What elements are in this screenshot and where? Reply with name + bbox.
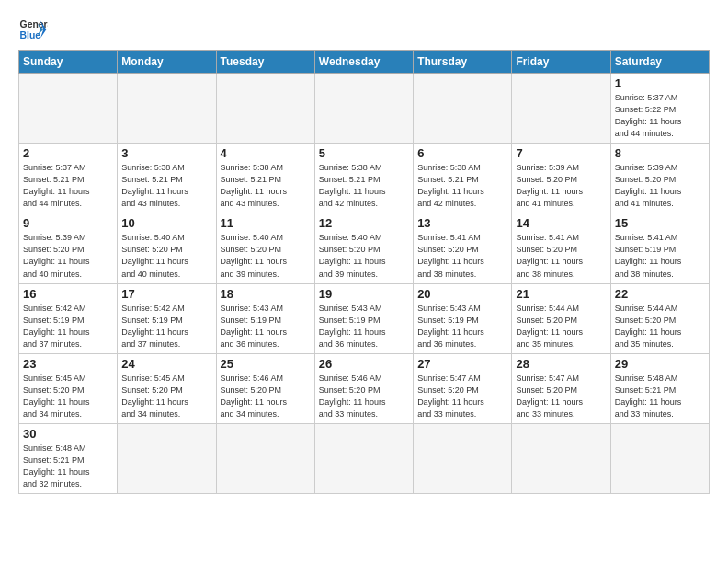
weekday-header-friday: Friday: [512, 51, 610, 74]
calendar-cell: 4Sunrise: 5:38 AM Sunset: 5:21 PM Daylig…: [216, 144, 314, 213]
day-info: Sunrise: 5:38 AM Sunset: 5:21 PM Dayligh…: [221, 162, 311, 210]
calendar-cell: [314, 423, 413, 493]
calendar-cell: 13Sunrise: 5:41 AM Sunset: 5:20 PM Dayli…: [414, 213, 512, 283]
day-number: 26: [319, 357, 409, 371]
day-info: Sunrise: 5:42 AM Sunset: 5:19 PM Dayligh…: [23, 303, 113, 350]
day-info: Sunrise: 5:45 AM Sunset: 5:20 PM Dayligh…: [121, 373, 211, 420]
day-info: Sunrise: 5:39 AM Sunset: 5:20 PM Dayligh…: [615, 162, 705, 210]
day-info: Sunrise: 5:40 AM Sunset: 5:20 PM Dayligh…: [221, 232, 311, 280]
day-number: 12: [319, 216, 409, 230]
calendar-cell: 17Sunrise: 5:42 AM Sunset: 5:19 PM Dayli…: [118, 283, 216, 353]
calendar-cell: 25Sunrise: 5:46 AM Sunset: 5:20 PM Dayli…: [216, 353, 314, 423]
weekday-header-thursday: Thursday: [414, 51, 512, 74]
calendar-cell: 26Sunrise: 5:46 AM Sunset: 5:20 PM Dayli…: [314, 353, 413, 423]
day-info: Sunrise: 5:42 AM Sunset: 5:19 PM Dayligh…: [121, 303, 211, 350]
svg-text:Blue: Blue: [20, 30, 41, 40]
day-number: 15: [615, 216, 705, 230]
day-number: 28: [516, 357, 606, 371]
page: General Blue SundayMondayTuesdayWednesda…: [0, 0, 728, 563]
day-info: Sunrise: 5:41 AM Sunset: 5:19 PM Dayligh…: [615, 232, 705, 280]
day-number: 14: [516, 216, 606, 230]
day-info: Sunrise: 5:43 AM Sunset: 5:19 PM Dayligh…: [319, 303, 409, 350]
weekday-header-saturday: Saturday: [610, 51, 709, 74]
calendar-cell: 10Sunrise: 5:40 AM Sunset: 5:20 PM Dayli…: [118, 213, 216, 283]
day-number: 21: [516, 287, 606, 301]
day-info: Sunrise: 5:37 AM Sunset: 5:22 PM Dayligh…: [615, 92, 705, 140]
calendar-cell: 30Sunrise: 5:48 AM Sunset: 5:21 PM Dayli…: [19, 423, 118, 493]
day-number: 5: [319, 146, 409, 160]
header: General Blue: [18, 15, 710, 44]
calendar-cell: [414, 74, 512, 144]
day-info: Sunrise: 5:48 AM Sunset: 5:21 PM Dayligh…: [23, 442, 113, 490]
day-number: 29: [615, 357, 705, 371]
day-info: Sunrise: 5:47 AM Sunset: 5:20 PM Dayligh…: [417, 373, 507, 420]
day-number: 10: [121, 216, 211, 230]
calendar-cell: 19Sunrise: 5:43 AM Sunset: 5:19 PM Dayli…: [314, 283, 413, 353]
day-number: 9: [23, 216, 113, 230]
weekday-header-tuesday: Tuesday: [216, 51, 314, 74]
day-info: Sunrise: 5:40 AM Sunset: 5:20 PM Dayligh…: [319, 232, 409, 280]
day-info: Sunrise: 5:38 AM Sunset: 5:21 PM Dayligh…: [417, 162, 507, 210]
day-info: Sunrise: 5:39 AM Sunset: 5:20 PM Dayligh…: [516, 162, 606, 210]
day-number: 17: [121, 287, 211, 301]
day-number: 23: [23, 357, 113, 371]
calendar-cell: [314, 74, 413, 144]
day-info: Sunrise: 5:46 AM Sunset: 5:20 PM Dayligh…: [221, 373, 311, 420]
calendar-week-row: 1Sunrise: 5:37 AM Sunset: 5:22 PM Daylig…: [19, 74, 710, 144]
calendar-cell: 8Sunrise: 5:39 AM Sunset: 5:20 PM Daylig…: [610, 144, 709, 213]
calendar-week-row: 2Sunrise: 5:37 AM Sunset: 5:21 PM Daylig…: [19, 144, 710, 213]
day-number: 27: [417, 357, 507, 371]
day-number: 6: [417, 146, 507, 160]
day-number: 11: [221, 216, 311, 230]
calendar-week-row: 9Sunrise: 5:39 AM Sunset: 5:20 PM Daylig…: [19, 213, 710, 283]
day-info: Sunrise: 5:40 AM Sunset: 5:20 PM Dayligh…: [121, 232, 211, 280]
calendar-cell: 9Sunrise: 5:39 AM Sunset: 5:20 PM Daylig…: [19, 213, 118, 283]
calendar-cell: 28Sunrise: 5:47 AM Sunset: 5:20 PM Dayli…: [512, 353, 610, 423]
calendar-table: SundayMondayTuesdayWednesdayThursdayFrid…: [18, 50, 710, 494]
day-info: Sunrise: 5:47 AM Sunset: 5:20 PM Dayligh…: [516, 373, 606, 420]
day-number: 7: [516, 146, 606, 160]
day-number: 30: [23, 427, 113, 441]
calendar-cell: 15Sunrise: 5:41 AM Sunset: 5:19 PM Dayli…: [610, 213, 709, 283]
calendar-cell: 11Sunrise: 5:40 AM Sunset: 5:20 PM Dayli…: [216, 213, 314, 283]
calendar-cell: 27Sunrise: 5:47 AM Sunset: 5:20 PM Dayli…: [414, 353, 512, 423]
calendar-cell: 18Sunrise: 5:43 AM Sunset: 5:19 PM Dayli…: [216, 283, 314, 353]
day-number: 25: [221, 357, 311, 371]
calendar-cell: 16Sunrise: 5:42 AM Sunset: 5:19 PM Dayli…: [19, 283, 118, 353]
day-number: 8: [615, 146, 705, 160]
day-number: 4: [221, 146, 311, 160]
calendar-week-row: 16Sunrise: 5:42 AM Sunset: 5:19 PM Dayli…: [19, 283, 710, 353]
weekday-header-sunday: Sunday: [19, 51, 118, 74]
calendar-week-row: 23Sunrise: 5:45 AM Sunset: 5:20 PM Dayli…: [19, 353, 710, 423]
calendar-cell: 23Sunrise: 5:45 AM Sunset: 5:20 PM Dayli…: [19, 353, 118, 423]
day-info: Sunrise: 5:44 AM Sunset: 5:20 PM Dayligh…: [516, 303, 606, 350]
calendar-cell: [414, 423, 512, 493]
calendar-cell: 24Sunrise: 5:45 AM Sunset: 5:20 PM Dayli…: [118, 353, 216, 423]
calendar-cell: [216, 423, 314, 493]
calendar-cell: 29Sunrise: 5:48 AM Sunset: 5:21 PM Dayli…: [610, 353, 709, 423]
calendar-week-row: 30Sunrise: 5:48 AM Sunset: 5:21 PM Dayli…: [19, 423, 710, 493]
calendar-cell: 22Sunrise: 5:44 AM Sunset: 5:20 PM Dayli…: [610, 283, 709, 353]
day-number: 13: [417, 216, 507, 230]
day-info: Sunrise: 5:39 AM Sunset: 5:20 PM Dayligh…: [23, 232, 113, 280]
generalblue-logo-icon: General Blue: [18, 15, 48, 44]
calendar-cell: 5Sunrise: 5:38 AM Sunset: 5:21 PM Daylig…: [314, 144, 413, 213]
day-info: Sunrise: 5:37 AM Sunset: 5:21 PM Dayligh…: [23, 162, 113, 210]
day-info: Sunrise: 5:41 AM Sunset: 5:20 PM Dayligh…: [516, 232, 606, 280]
day-number: 18: [221, 287, 311, 301]
calendar-cell: [610, 423, 709, 493]
day-number: 19: [319, 287, 409, 301]
weekday-header-wednesday: Wednesday: [314, 51, 413, 74]
day-number: 24: [121, 357, 211, 371]
day-info: Sunrise: 5:44 AM Sunset: 5:20 PM Dayligh…: [615, 303, 705, 350]
day-info: Sunrise: 5:45 AM Sunset: 5:20 PM Dayligh…: [23, 373, 113, 420]
day-info: Sunrise: 5:43 AM Sunset: 5:19 PM Dayligh…: [417, 303, 507, 350]
weekday-header-monday: Monday: [118, 51, 216, 74]
calendar-cell: 7Sunrise: 5:39 AM Sunset: 5:20 PM Daylig…: [512, 144, 610, 213]
calendar-cell: [118, 423, 216, 493]
day-number: 22: [615, 287, 705, 301]
day-info: Sunrise: 5:41 AM Sunset: 5:20 PM Dayligh…: [417, 232, 507, 280]
calendar-cell: 12Sunrise: 5:40 AM Sunset: 5:20 PM Dayli…: [314, 213, 413, 283]
calendar-cell: [512, 423, 610, 493]
day-number: 3: [121, 146, 211, 160]
